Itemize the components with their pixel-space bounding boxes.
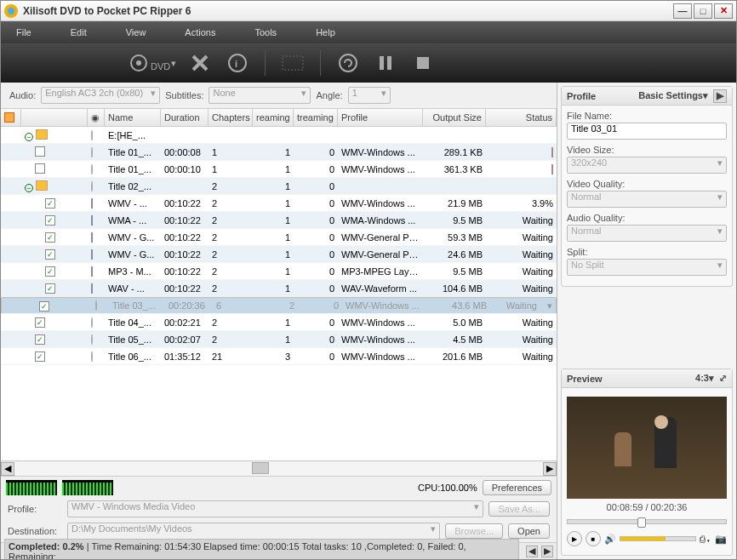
waveform-icon xyxy=(62,480,113,495)
col-treaming[interactable]: treaming xyxy=(294,109,338,126)
save-as-button[interactable]: Save As... xyxy=(488,501,550,517)
status-right-icon[interactable]: ▶ xyxy=(541,546,553,557)
videosize-select[interactable]: 320x240 xyxy=(567,157,727,174)
stop-preview-button[interactable]: ■ xyxy=(586,531,601,546)
table-row[interactable]: ✓ Title 04_...00:02:21210WMV-Windows ...… xyxy=(1,314,557,331)
table-row[interactable]: ✓WAV - ...00:10:22210WAV-Waveform ...104… xyxy=(1,280,557,297)
menubar: File Edit View Actions Tools Help xyxy=(1,21,736,43)
pause-button[interactable] xyxy=(370,48,401,78)
dvd-button[interactable]: DVD▾ xyxy=(127,48,178,78)
menu-view[interactable]: View xyxy=(119,26,153,39)
col-reaming[interactable]: reaming xyxy=(253,109,294,126)
table-row[interactable]: − E:[HE_... xyxy=(1,127,557,144)
cpu-usage: CPU:100.00% xyxy=(418,483,477,493)
angle-select[interactable]: 1 xyxy=(348,87,391,104)
toolbar: DVD▾ i xyxy=(1,43,736,83)
table-row[interactable]: ✓WMV - G...00:10:22210WMV-General Po...5… xyxy=(1,229,557,246)
videoquality-select[interactable]: Normal xyxy=(567,191,727,208)
menu-edit[interactable]: Edit xyxy=(64,26,94,39)
h-scrollbar[interactable]: ◀ ▶ xyxy=(1,460,557,476)
col-name[interactable]: Name xyxy=(105,109,161,126)
volume-slider[interactable] xyxy=(620,536,696,541)
destination-input[interactable]: D:\My Documents\My Videos xyxy=(67,523,440,540)
app-icon xyxy=(4,4,18,18)
col-chapters[interactable]: Chapters xyxy=(209,109,253,126)
scroll-left-icon[interactable]: ◀ xyxy=(1,462,14,476)
clip-button[interactable] xyxy=(277,48,308,78)
table-row[interactable]: ✓ Title 06_...01:35:122130WMV-Windows ..… xyxy=(1,348,557,365)
play-button[interactable]: ▶ xyxy=(567,531,582,546)
preview-expand-icon[interactable]: ⤢ xyxy=(719,373,727,384)
camera-icon[interactable]: 📷 xyxy=(715,534,727,545)
svg-point-2 xyxy=(136,60,141,66)
profile-label: Profile: xyxy=(8,504,62,514)
menu-tools[interactable]: Tools xyxy=(248,26,283,39)
svg-point-7 xyxy=(340,54,357,71)
close-button[interactable]: ✕ xyxy=(714,3,733,19)
table-body: − E:[HE_... Title 01_...00:00:08110WMV-W… xyxy=(1,127,557,460)
preferences-button[interactable]: Preferences xyxy=(483,480,551,495)
status-completed: Completed: 0.2% xyxy=(9,541,84,551)
scroll-right-icon[interactable]: ▶ xyxy=(543,462,557,476)
status-left-icon[interactable]: ◀ xyxy=(526,546,538,557)
stop-button[interactable] xyxy=(408,48,438,78)
app-title: Xilisoft DVD to Pocket PC Ripper 6 xyxy=(23,5,673,17)
table-row[interactable]: ✓ Title 03_...00:20:36620WMV-Windows ...… xyxy=(1,297,557,314)
status-bar: Completed: 0.2% | Time Remaining: 01:54:… xyxy=(1,542,557,559)
preview-title: Preview xyxy=(567,374,603,384)
info-button[interactable]: i xyxy=(222,48,253,78)
table-row[interactable]: ✓WMA - ...00:10:22210WMA-Windows ...9.5 … xyxy=(1,212,557,229)
seek-bar[interactable] xyxy=(567,519,727,524)
menu-actions[interactable]: Actions xyxy=(178,26,222,39)
table-row[interactable]: Title 01_...00:00:10110WMV-Windows ...36… xyxy=(1,161,557,178)
preview-image xyxy=(567,397,727,499)
profile-select[interactable]: WMV - Windows Media Video xyxy=(67,500,483,517)
table-header: ◉ Name Duration Chapters reaming treamin… xyxy=(1,108,557,127)
menu-file[interactable]: File xyxy=(9,26,38,39)
selector-bar: Audio: English AC3 2ch (0x80) Subtitles:… xyxy=(1,83,557,108)
browse-button[interactable]: Browse... xyxy=(445,523,503,539)
cancel-button[interactable] xyxy=(185,48,215,78)
split-label: Split: xyxy=(567,247,727,257)
table-row[interactable]: ✓MP3 - M...00:10:22210MP3-MPEG Layer...9… xyxy=(1,263,557,280)
audio-select[interactable]: English AC3 2ch (0x80) xyxy=(41,87,160,104)
audioquality-label: Audio Quality: xyxy=(567,213,727,223)
table-row[interactable]: Title 01_...00:00:08110WMV-Windows ...28… xyxy=(1,144,557,161)
volume-icon[interactable]: 🔊 xyxy=(604,534,616,545)
svg-rect-10 xyxy=(417,57,429,69)
aspect-ratio-dropdown[interactable]: 4:3▾ xyxy=(695,373,714,384)
audioquality-select[interactable]: Normal xyxy=(567,225,727,242)
col-status[interactable]: Status xyxy=(486,109,557,126)
basic-settings-dropdown[interactable]: Basic Settings▾ xyxy=(638,90,708,101)
filename-input[interactable]: Title 03_01 xyxy=(567,123,727,140)
angle-label: Angle: xyxy=(316,90,342,100)
minimize-button[interactable]: — xyxy=(673,3,692,19)
maximize-button[interactable]: □ xyxy=(694,3,712,19)
menu-help[interactable]: Help xyxy=(309,26,342,39)
snapshot-icon[interactable]: ⎙▾ xyxy=(700,534,711,544)
table-row[interactable]: ✓WMV - G...00:10:22210WMV-General Po...2… xyxy=(1,246,557,263)
titlebar: Xilisoft DVD to Pocket PC Ripper 6 — □ ✕ xyxy=(1,1,736,21)
profile-panel-title: Profile xyxy=(567,91,596,101)
subtitles-select[interactable]: None xyxy=(209,87,311,104)
col-output[interactable]: Output Size xyxy=(423,109,486,126)
videoquality-label: Video Quality: xyxy=(567,179,727,189)
open-button[interactable]: Open xyxy=(508,523,550,539)
table-row[interactable]: ✓ Title 05_...00:02:07210WMV-Windows ...… xyxy=(1,331,557,348)
profile-expand-icon[interactable]: ▶ xyxy=(713,89,727,103)
svg-text:i: i xyxy=(235,59,237,69)
convert-button[interactable] xyxy=(333,48,363,78)
svg-rect-9 xyxy=(387,56,391,70)
split-select[interactable]: No Split xyxy=(567,259,727,276)
preview-time: 00:08:59 / 00:20:36 xyxy=(567,499,727,516)
table-row[interactable]: − Title 02_...210 xyxy=(1,178,557,195)
subtitles-label: Subtitles: xyxy=(165,90,203,100)
table-row[interactable]: ✓WMV - ...00:10:22210WMV-Windows ...21.9… xyxy=(1,195,557,212)
svg-rect-8 xyxy=(380,56,384,70)
svg-rect-6 xyxy=(283,56,303,70)
destination-label: Destination: xyxy=(8,526,62,536)
svg-text:DVD: DVD xyxy=(151,61,170,71)
col-duration[interactable]: Duration xyxy=(161,109,209,126)
col-profile[interactable]: Profile xyxy=(338,109,423,126)
svg-point-0 xyxy=(8,8,14,14)
